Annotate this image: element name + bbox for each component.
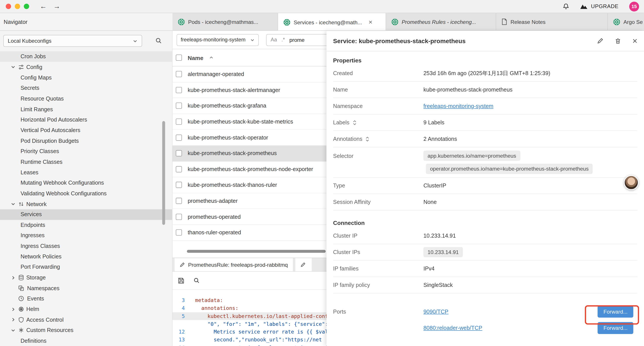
namespace-select[interactable]: freeleaps-monitoring-system bbox=[177, 34, 259, 46]
sidebar-item-custom-resources[interactable]: Custom Resources bbox=[0, 325, 172, 336]
sidebar-item-access-control[interactable]: Access Control bbox=[0, 315, 172, 325]
row-checkbox[interactable] bbox=[176, 119, 182, 125]
sidebar-item-vertical-pod-autoscalers[interactable]: Vertical Pod Autoscalers bbox=[0, 125, 172, 136]
table-row[interactable]: kube-prometheus-stack-thanos-ruler bbox=[172, 177, 326, 193]
sort-ascending-icon[interactable] bbox=[209, 55, 214, 60]
tab-release-notes[interactable]: Release Notes bbox=[496, 13, 608, 30]
row-checkbox[interactable] bbox=[176, 71, 182, 77]
row-checkbox[interactable] bbox=[176, 150, 182, 156]
row-checkbox[interactable] bbox=[176, 103, 182, 109]
sidebar-search-icon[interactable] bbox=[155, 37, 162, 44]
tab-pods[interactable]: Pods - icecheng@mathmas... bbox=[172, 13, 278, 30]
forward-button[interactable]: → bbox=[54, 3, 60, 10]
chevron-right-icon[interactable] bbox=[11, 275, 16, 280]
sidebar-item-cron-jobs[interactable]: Cron Jobs bbox=[0, 51, 172, 62]
notifications-bell-icon[interactable] bbox=[563, 3, 569, 10]
code-line[interactable]: error rate in freeleaps metrics service bbox=[189, 344, 326, 346]
code-line[interactable]: "0", "for": "1m", "labels": {"service": bbox=[189, 320, 326, 328]
select-all-checkbox[interactable] bbox=[176, 54, 182, 61]
namespace-link[interactable]: freeleaps-monitoring-system bbox=[424, 103, 494, 109]
horizontal-scrollbar-thumb[interactable] bbox=[187, 250, 326, 253]
forward-button[interactable]: Forward... bbox=[598, 306, 633, 317]
code-line[interactable]: metadata: bbox=[189, 296, 223, 304]
code-line[interactable]: second.","runbook_url":"https://net bbox=[189, 336, 322, 344]
row-checkbox[interactable] bbox=[176, 214, 182, 220]
sidebar-item-config[interactable]: Config bbox=[0, 62, 172, 72]
sidebar-item-pod-disruption-budgets[interactable]: Pod Disruption Budgets bbox=[0, 136, 172, 146]
dock-tab-prometheusrule[interactable]: PrometheusRule: freeleaps-prod-rabbitmq bbox=[174, 258, 293, 271]
sidebar-item-resource-quotas[interactable]: Resource Quotas bbox=[0, 93, 172, 104]
row-checkbox[interactable] bbox=[176, 166, 182, 172]
sidebar-item-definitions[interactable]: Definitions bbox=[0, 336, 172, 346]
table-row[interactable]: kube-prometheus-stack-kube-state-metrics bbox=[172, 114, 326, 130]
kubeconfig-selector[interactable]: Local Kubeconfigs bbox=[3, 35, 142, 47]
sidebar-item-secrets[interactable]: Secrets bbox=[0, 83, 172, 93]
code-line[interactable]: annotations: bbox=[189, 304, 238, 312]
row-checkbox[interactable] bbox=[176, 134, 182, 141]
sidebar-item-mutating-webhook-configurations[interactable]: Mutating Webhook Configurations bbox=[0, 178, 172, 188]
tab-close-icon[interactable]: × bbox=[368, 19, 372, 25]
sidebar-item-ingresses[interactable]: Ingresses bbox=[0, 230, 172, 241]
forward-button[interactable]: Forward... bbox=[598, 322, 633, 334]
row-checkbox[interactable] bbox=[176, 87, 182, 93]
upgrade-button[interactable]: UPGRADE bbox=[580, 3, 618, 9]
minimize-window-button[interactable] bbox=[15, 4, 20, 9]
match-case-toggle[interactable]: Aa bbox=[271, 37, 277, 43]
sidebar-item-events[interactable]: Events bbox=[0, 294, 172, 304]
sidebar-item-namespaces[interactable]: Namespaces bbox=[0, 283, 172, 294]
dock-tab-partial[interactable] bbox=[295, 258, 312, 271]
sidebar-item-helm[interactable]: Helm bbox=[0, 304, 172, 315]
port-link[interactable]: 8080:reloader-web/TCP bbox=[424, 325, 482, 331]
tab-services[interactable]: Services - icecheng@math... × bbox=[278, 13, 386, 30]
sidebar-item-services[interactable]: Services bbox=[0, 209, 172, 220]
editor-search-icon[interactable] bbox=[194, 278, 200, 284]
edit-icon[interactable] bbox=[597, 37, 603, 44]
tab-argo[interactable]: Argo Se bbox=[608, 13, 644, 30]
sidebar-item-validating-webhook-configurations[interactable]: Validating Webhook Configurations bbox=[0, 188, 172, 199]
sidebar-item-endpoints[interactable]: Endpoints bbox=[0, 220, 172, 230]
close-window-button[interactable] bbox=[6, 4, 11, 9]
table-row[interactable]: alertmanager-operated bbox=[172, 66, 326, 82]
table-row[interactable]: kube-prometheus-stack-alertmanager bbox=[172, 82, 326, 98]
unfold-icon[interactable] bbox=[352, 120, 357, 125]
sidebar-item-storage[interactable]: Storage bbox=[0, 272, 172, 283]
table-row[interactable]: prometheus-operated bbox=[172, 209, 326, 225]
code-line[interactable]: Metrics service error rate is {{ $value bbox=[189, 328, 326, 336]
unfold-icon[interactable] bbox=[365, 136, 370, 142]
sidebar-item-horizontal-pod-autoscalers[interactable]: Horizontal Pod Autoscalers bbox=[0, 114, 172, 125]
search-input[interactable]: Aa .* prome bbox=[266, 34, 326, 46]
chevron-down-icon[interactable] bbox=[11, 201, 16, 206]
chevron-right-icon[interactable] bbox=[11, 307, 16, 312]
table-row[interactable]: thanos-ruler-operated bbox=[172, 225, 326, 241]
sidebar-item-leases[interactable]: Leases bbox=[0, 167, 172, 178]
sidebar-item-port-forwarding[interactable]: Port Forwarding bbox=[0, 262, 172, 272]
sidebar-item-priority-classes[interactable]: Priority Classes bbox=[0, 146, 172, 157]
user-avatar[interactable] bbox=[624, 175, 638, 190]
sidebar-item-network[interactable]: Network bbox=[0, 199, 172, 209]
chevron-right-icon[interactable] bbox=[11, 317, 16, 322]
notification-count-badge[interactable]: 15 bbox=[629, 1, 639, 11]
sidebar-item-ingress-classes[interactable]: Ingress Classes bbox=[0, 241, 172, 251]
table-row[interactable]: kube-prometheus-stack-grafana bbox=[172, 98, 326, 114]
chevron-down-icon[interactable] bbox=[11, 328, 16, 333]
row-checkbox[interactable] bbox=[176, 198, 182, 204]
table-row[interactable]: kube-prometheus-stack-operator bbox=[172, 130, 326, 146]
sidebar-item-config-maps[interactable]: Config Maps bbox=[0, 72, 172, 83]
table-row[interactable]: prometheus-adapter bbox=[172, 193, 326, 209]
save-icon[interactable] bbox=[178, 277, 184, 284]
row-checkbox[interactable] bbox=[176, 182, 182, 188]
code-line[interactable]: kubectl.kubernetes.io/last-applied-confi… bbox=[189, 312, 326, 320]
zoom-window-button[interactable] bbox=[24, 4, 29, 9]
delete-icon[interactable] bbox=[615, 37, 621, 44]
close-icon[interactable]: × bbox=[632, 36, 638, 45]
name-column-header[interactable]: Name bbox=[188, 54, 203, 61]
yaml-editor[interactable]: 3 metadata: 4 annotations: 5 kubectl.kub… bbox=[172, 290, 326, 346]
regex-toggle[interactable]: .* bbox=[282, 37, 285, 43]
tab-prometheus-rules[interactable]: Prometheus Rules - icecheng... bbox=[386, 13, 496, 30]
port-link[interactable]: 9090/TCP bbox=[424, 308, 448, 315]
table-row[interactable]: kube-prometheus-stack-prometheus-node-ex… bbox=[172, 161, 326, 177]
sidebar-item-limit-ranges[interactable]: Limit Ranges bbox=[0, 104, 172, 114]
back-button[interactable]: ← bbox=[40, 3, 47, 10]
chevron-down-icon[interactable] bbox=[11, 65, 16, 69]
row-checkbox[interactable] bbox=[176, 230, 182, 236]
